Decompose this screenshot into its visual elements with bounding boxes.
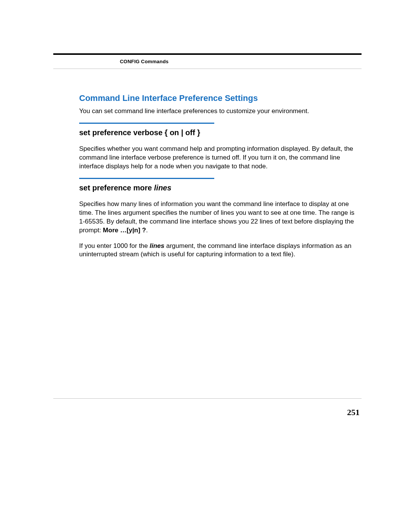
header-hairline <box>53 69 362 69</box>
text-span: . <box>146 227 148 234</box>
prompt-bold: More …[y|n] ? <box>103 227 146 234</box>
top-rule <box>53 53 362 55</box>
section-title: Command Line Interface Preference Settin… <box>79 93 356 103</box>
divider-rule <box>79 178 214 179</box>
page: CONFIG Commands Command Line Interface P… <box>0 0 411 532</box>
lines-arg: lines <box>150 242 164 249</box>
command-verbose-description: Specifies whether you want command help … <box>79 145 356 171</box>
running-head: CONFIG Commands <box>120 59 169 64</box>
text-span: If you enter 1000 for the <box>79 242 150 249</box>
command-more-description-2: If you enter 1000 for the lines argument… <box>79 242 356 259</box>
command-heading-verbose: set preference verbose { on | off } <box>79 128 356 137</box>
section-lead: You can set command line interface prefe… <box>79 107 356 116</box>
command-more-description-1: Specifies how many lines of information … <box>79 200 356 235</box>
divider-rule <box>79 123 214 124</box>
page-number: 251 <box>347 407 360 417</box>
command-heading-more-prefix: set preference more <box>79 184 154 192</box>
content-area: Command Line Interface Preference Settin… <box>79 93 356 266</box>
footer-hairline <box>53 398 362 399</box>
command-heading-more: set preference more lines <box>79 184 356 192</box>
command-heading-more-arg: lines <box>154 184 172 192</box>
